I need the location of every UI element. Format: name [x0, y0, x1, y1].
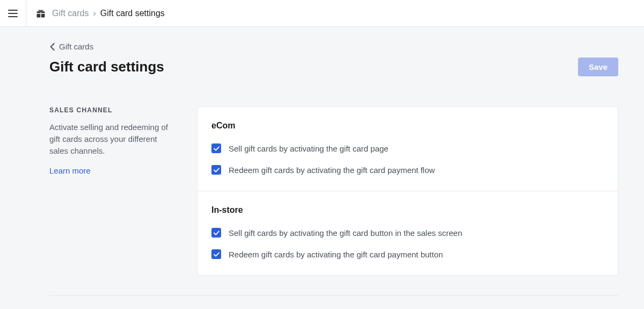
page-header: Gift card settings Save — [49, 58, 618, 76]
instore-section: In-store Sell gift cards by activating t… — [197, 191, 618, 275]
ecom-heading: eCom — [211, 121, 604, 131]
breadcrumb-parent[interactable]: Gift cards — [52, 9, 89, 18]
instore-redeem-label: Redeem gift cards by activating the gift… — [229, 250, 443, 259]
instore-redeem-checkbox[interactable] — [211, 249, 221, 259]
check-icon — [214, 168, 219, 173]
ecom-sell-checkbox[interactable] — [211, 143, 221, 153]
section-info: SALES CHANNEL Activate selling and redee… — [49, 106, 175, 175]
ecom-redeem-label: Redeem gift cards by activating the gift… — [229, 166, 435, 175]
instore-redeem-row: Redeem gift cards by activating the gift… — [211, 249, 604, 259]
back-link[interactable]: Gift cards — [49, 42, 93, 51]
hamburger-menu-icon[interactable] — [6, 7, 19, 20]
ecom-section: eCom Sell gift cards by activating the g… — [197, 107, 618, 191]
ecom-redeem-row: Redeem gift cards by activating the gift… — [211, 165, 604, 175]
page-title: Gift card settings — [49, 59, 164, 75]
breadcrumb-current: Gift card settings — [100, 9, 165, 18]
sales-channel-card: eCom Sell gift cards by activating the g… — [197, 106, 618, 276]
section-description: Activate selling and redeeming of gift c… — [49, 121, 175, 156]
check-icon — [214, 146, 219, 151]
check-icon — [214, 252, 219, 257]
ecom-redeem-checkbox[interactable] — [211, 165, 221, 175]
ecom-sell-row: Sell gift cards by activating the gift c… — [211, 143, 604, 153]
chevron-right-icon: › — [93, 9, 96, 18]
save-button[interactable]: Save — [578, 58, 618, 76]
learn-more-link[interactable]: Learn more — [49, 166, 175, 175]
check-icon — [214, 231, 219, 235]
gift-icon — [36, 9, 46, 18]
instore-sell-row: Sell gift cards by activating the gift c… — [211, 228, 604, 238]
ecom-sell-label: Sell gift cards by activating the gift c… — [229, 144, 389, 153]
instore-sell-checkbox[interactable] — [211, 228, 221, 238]
back-link-label: Gift cards — [59, 42, 93, 51]
breadcrumb: Gift cards › Gift card settings — [52, 9, 165, 18]
topbar: Gift cards › Gift card settings — [0, 0, 644, 27]
instore-heading: In-store — [211, 205, 604, 215]
divider — [26, 0, 26, 27]
instore-sell-label: Sell gift cards by activating the gift c… — [229, 228, 462, 238]
divider — [49, 295, 618, 296]
chevron-left-icon — [49, 43, 55, 51]
section-label: SALES CHANNEL — [49, 106, 175, 114]
